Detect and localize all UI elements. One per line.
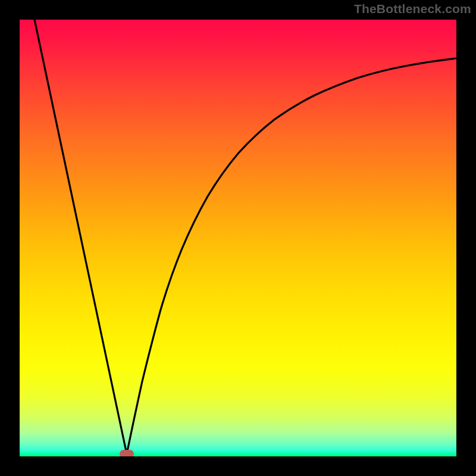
curve-right	[127, 58, 456, 454]
chart-frame: TheBottleneck.com	[0, 0, 476, 476]
curve-svg	[20, 20, 456, 456]
minimum-marker	[120, 450, 134, 456]
plot-area	[20, 20, 456, 456]
attribution-text: TheBottleneck.com	[354, 2, 471, 16]
curve-left	[35, 20, 127, 454]
